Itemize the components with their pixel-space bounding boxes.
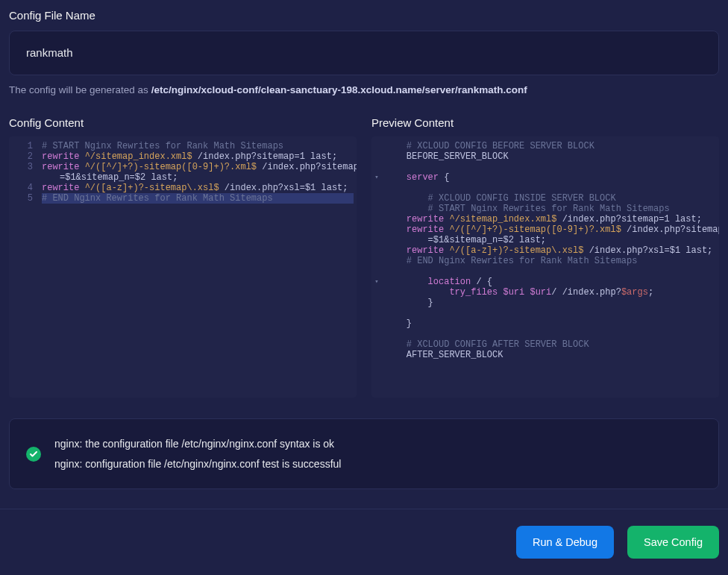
hint-prefix: The config will be generated as bbox=[9, 84, 151, 95]
editor-gutter: 12345 bbox=[9, 136, 39, 398]
preview-content-label: Preview Content bbox=[371, 116, 719, 129]
status-line-1: nginx: the configuration file /etc/nginx… bbox=[54, 434, 341, 454]
config-path-hint: The config will be generated as /etc/ngi… bbox=[9, 84, 719, 95]
hint-path: /etc/nginx/xcloud-conf/clean-sanctuary-1… bbox=[151, 84, 527, 95]
preview-fold-column: ▾▾ bbox=[371, 136, 382, 398]
config-name-input-wrap[interactable] bbox=[9, 31, 719, 75]
save-config-button[interactable]: Save Config bbox=[627, 526, 719, 559]
status-line-2: nginx: configuration file /etc/nginx/ngi… bbox=[54, 454, 341, 474]
success-check-icon bbox=[26, 447, 41, 462]
preview-content-editor: ▾▾ # XCLOUD CONFIG BEFORE SERVER BLOCK B… bbox=[371, 136, 719, 398]
config-content-editor[interactable]: 12345 # START Nginx Rewrites for Rank Ma… bbox=[9, 136, 357, 398]
config-content-label: Config Content bbox=[9, 116, 357, 129]
status-box: nginx: the configuration file /etc/nginx… bbox=[9, 418, 719, 489]
footer: Run & Debug Save Config bbox=[0, 509, 728, 575]
status-text: nginx: the configuration file /etc/nginx… bbox=[54, 434, 341, 474]
config-name-label: Config File Name bbox=[9, 9, 719, 22]
preview-code: # XCLOUD CONFIG BEFORE SERVER BLOCK BEFO… bbox=[382, 136, 719, 398]
run-debug-button[interactable]: Run & Debug bbox=[516, 526, 614, 559]
config-name-input[interactable] bbox=[26, 46, 702, 59]
editor-code[interactable]: # START Nginx Rewrites for Rank Math Sit… bbox=[39, 136, 357, 398]
